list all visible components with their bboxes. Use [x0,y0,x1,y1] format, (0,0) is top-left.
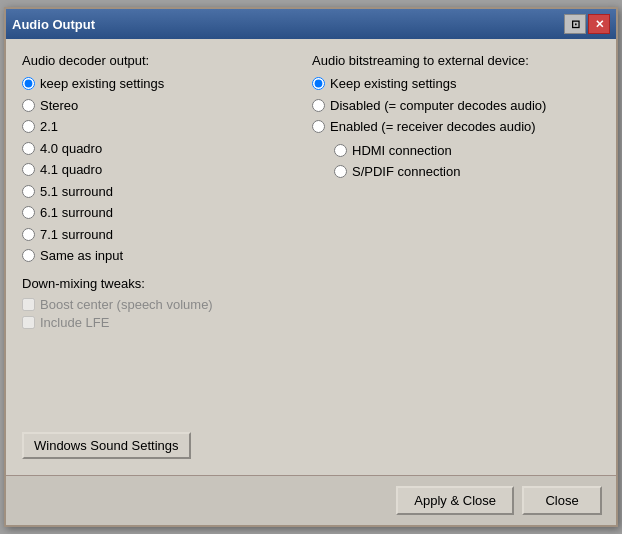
radio-disabled-bs[interactable]: Disabled (= computer decodes audio) [312,96,600,116]
sub-options-group: HDMI connection S/PDIF connection [334,141,600,182]
radio-51surround-input[interactable] [22,185,35,198]
radio-21-label: 2.1 [40,117,58,137]
radio-40quadro-label: 4.0 quadro [40,139,102,159]
left-column: Audio decoder output: keep existing sett… [22,53,302,424]
radio-hdmi-input[interactable] [334,144,347,157]
radio-21[interactable]: 2.1 [22,117,302,137]
radio-hdmi-label: HDMI connection [352,141,452,161]
radio-keep-bs[interactable]: Keep existing settings [312,74,600,94]
radio-40quadro-input[interactable] [22,142,35,155]
radio-sameasinput-label: Same as input [40,246,123,266]
dialog-title: Audio Output [12,17,95,32]
radio-spdif[interactable]: S/PDIF connection [334,162,600,182]
right-section-label: Audio bitstreaming to external device: [312,53,600,68]
tweaks-checkboxes: Boost center (speech volume) Include LFE [22,297,302,330]
radio-41quadro[interactable]: 4.1 quadro [22,160,302,180]
apply-close-button[interactable]: Apply & Close [396,486,514,515]
radio-keep-input[interactable] [22,77,35,90]
close-icon: ✕ [595,18,604,31]
close-title-button[interactable]: ✕ [588,14,610,34]
radio-51surround-label: 5.1 surround [40,182,113,202]
dialog-body: Audio decoder output: keep existing sett… [6,39,616,475]
radio-sameasinput-input[interactable] [22,249,35,262]
radio-61surround[interactable]: 6.1 surround [22,203,302,223]
radio-disabled-bs-label: Disabled (= computer decodes audio) [330,96,546,116]
windows-sound-button[interactable]: Windows Sound Settings [22,432,191,459]
radio-61surround-label: 6.1 surround [40,203,113,223]
decoder-output-group: keep existing settings Stereo 2.1 4.0 qu… [22,74,302,266]
dialog-footer: Apply & Close Close [6,475,616,525]
radio-spdif-input[interactable] [334,165,347,178]
checkbox-boost-input[interactable] [22,298,35,311]
radio-keep[interactable]: keep existing settings [22,74,302,94]
radio-51surround[interactable]: 5.1 surround [22,182,302,202]
radio-21-input[interactable] [22,120,35,133]
windows-sound-section: Windows Sound Settings [22,424,600,465]
radio-71surround-input[interactable] [22,228,35,241]
right-column: Audio bitstreaming to external device: K… [312,53,600,424]
title-bar: Audio Output ⊡ ✕ [6,9,616,39]
checkbox-lfe-label: Include LFE [40,315,109,330]
radio-71surround[interactable]: 7.1 surround [22,225,302,245]
radio-keep-label: keep existing settings [40,74,164,94]
radio-enabled-bs-label: Enabled (= receiver decodes audio) [330,117,536,137]
radio-40quadro[interactable]: 4.0 quadro [22,139,302,159]
checkbox-boost-label: Boost center (speech volume) [40,297,213,312]
radio-enabled-bs-input[interactable] [312,120,325,133]
bitstreaming-group: Keep existing settings Disabled (= compu… [312,74,600,182]
radio-stereo[interactable]: Stereo [22,96,302,116]
radio-stereo-input[interactable] [22,99,35,112]
radio-enabled-bs[interactable]: Enabled (= receiver decodes audio) [312,117,600,137]
tweaks-label: Down-mixing tweaks: [22,276,302,291]
radio-stereo-label: Stereo [40,96,78,116]
columns: Audio decoder output: keep existing sett… [22,53,600,424]
restore-button[interactable]: ⊡ [564,14,586,34]
radio-keep-bs-label: Keep existing settings [330,74,456,94]
radio-71surround-label: 7.1 surround [40,225,113,245]
radio-hdmi[interactable]: HDMI connection [334,141,600,161]
left-section-label: Audio decoder output: [22,53,302,68]
checkbox-lfe[interactable]: Include LFE [22,315,302,330]
radio-61surround-input[interactable] [22,206,35,219]
radio-keep-bs-input[interactable] [312,77,325,90]
audio-output-dialog: Audio Output ⊡ ✕ Audio decoder output: k… [4,7,618,527]
radio-41quadro-label: 4.1 quadro [40,160,102,180]
checkbox-boost[interactable]: Boost center (speech volume) [22,297,302,312]
close-footer-button[interactable]: Close [522,486,602,515]
radio-41quadro-input[interactable] [22,163,35,176]
radio-spdif-label: S/PDIF connection [352,162,460,182]
radio-disabled-bs-input[interactable] [312,99,325,112]
checkbox-lfe-input[interactable] [22,316,35,329]
restore-icon: ⊡ [571,18,580,31]
title-bar-buttons: ⊡ ✕ [564,14,610,34]
radio-sameasinput[interactable]: Same as input [22,246,302,266]
